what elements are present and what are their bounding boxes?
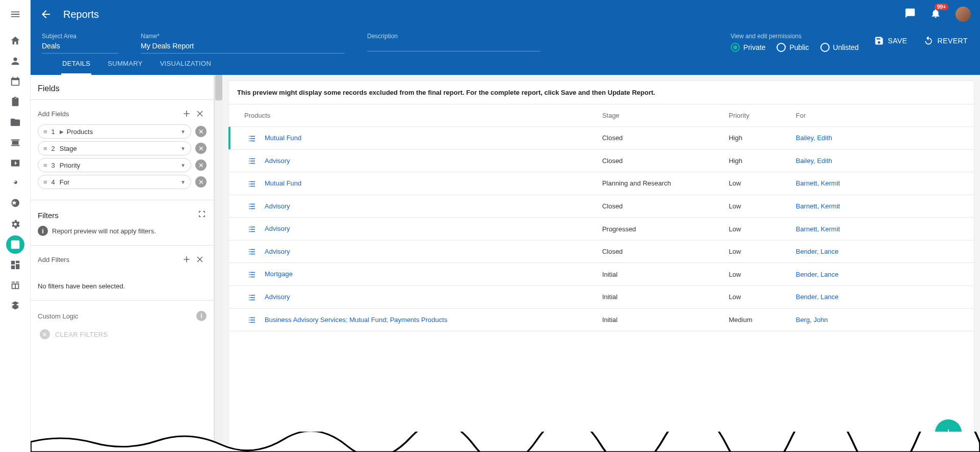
cell-stage: Initial (594, 308, 720, 331)
radio-unlisted[interactable]: Unlisted (820, 43, 859, 52)
messages-icon[interactable] (905, 8, 916, 21)
cell-products[interactable]: Advisory (265, 293, 290, 301)
remove-field-button[interactable]: ✕ (195, 126, 207, 137)
nav-home-icon[interactable] (0, 31, 31, 51)
field-chip-body[interactable]: ≡ 3 Priority ▼ (38, 158, 191, 172)
table-row[interactable]: Advisory Progressed Low Barnett, Kermit (229, 218, 974, 241)
nav-calendar-icon[interactable] (0, 71, 31, 92)
cell-for[interactable]: Berg, John (796, 316, 828, 324)
table-row[interactable]: Advisory Closed Low Bender, Lance (229, 240, 974, 263)
remove-field-button[interactable]: ✕ (195, 143, 207, 154)
notifications-badge: 99+ (935, 4, 948, 10)
side-nav (0, 0, 31, 452)
nav-library-icon[interactable] (0, 275, 31, 296)
hamburger-menu[interactable] (0, 0, 30, 29)
back-button[interactable] (40, 8, 52, 20)
remove-field-button[interactable]: ✕ (195, 176, 207, 188)
row-highlight (228, 127, 230, 149)
field-index: 4 (51, 178, 55, 186)
close-fields-button[interactable] (193, 107, 207, 120)
table-row[interactable]: Advisory Closed High Bailey, Edith (229, 149, 974, 172)
table-row[interactable]: Mortgage Initial Low Bender, Lance (229, 263, 974, 286)
tab-details[interactable]: DETAILS (61, 54, 91, 75)
cell-products[interactable]: Mutual Fund (265, 179, 301, 187)
filters-info-text: Report preview will not apply filters. (52, 227, 156, 235)
cell-products[interactable]: Advisory (265, 157, 290, 165)
subject-area-field[interactable]: Subject Area Deals (42, 33, 118, 54)
cell-products[interactable]: Advisory (265, 202, 290, 210)
field-chip: ≡ 2 Stage ▼ ✕ (38, 141, 207, 155)
add-filter-button[interactable] (180, 253, 193, 266)
left-scrollbar[interactable] (214, 75, 223, 452)
nav-reports-icon[interactable] (0, 234, 31, 255)
chevron-down-icon[interactable]: ▼ (180, 179, 186, 185)
nav-favorites-icon[interactable] (0, 194, 31, 214)
list-icon (247, 271, 256, 278)
nav-contacts-icon[interactable] (0, 132, 31, 153)
save-button[interactable]: SAVE (873, 33, 908, 49)
drag-handle-icon[interactable]: ≡ (43, 162, 47, 169)
drag-handle-icon[interactable]: ≡ (43, 145, 47, 152)
description-field[interactable]: Description (367, 33, 540, 54)
user-avatar[interactable] (956, 7, 971, 22)
nav-money-icon[interactable] (0, 153, 31, 173)
table-row[interactable]: Advisory Initial Low Bender, Lance (229, 285, 974, 308)
cell-stage: Initial (594, 263, 720, 286)
notifications-icon[interactable]: 99+ (930, 8, 941, 21)
custom-logic-info-icon[interactable]: i (196, 311, 207, 321)
chevron-down-icon[interactable]: ▼ (180, 163, 186, 168)
revert-button[interactable]: REVERT (922, 33, 969, 49)
cell-for[interactable]: Barnett, Kermit (796, 179, 840, 187)
fab-add-button[interactable]: ＋ (935, 419, 962, 446)
expand-filters-icon[interactable] (197, 209, 207, 221)
radio-private[interactable]: Private (731, 43, 766, 52)
nav-tools-icon[interactable] (0, 173, 31, 194)
nav-folder-icon[interactable] (0, 112, 31, 132)
table-row[interactable]: Advisory Closed Low Barnett, Kermit (229, 195, 974, 218)
tab-visualization[interactable]: VISUALIZATION (159, 54, 212, 75)
cell-for[interactable]: Barnett, Kermit (796, 225, 840, 233)
drag-handle-icon[interactable]: ≡ (43, 178, 47, 186)
remove-field-button[interactable]: ✕ (195, 159, 207, 171)
cell-for[interactable]: Barnett, Kermit (796, 202, 840, 210)
report-name-field[interactable]: Name* My Deals Report (141, 33, 345, 54)
field-chip-body[interactable]: ≡ 2 Stage ▼ (38, 141, 191, 155)
table-row[interactable]: Mutual Fund Planning and Research Low Ba… (229, 172, 974, 195)
add-field-button[interactable] (180, 107, 193, 120)
cell-for[interactable]: Bender, Lance (796, 271, 839, 278)
cell-products[interactable]: Advisory (265, 248, 290, 255)
col-header-stage[interactable]: Stage (594, 104, 720, 127)
cell-products[interactable]: Mortgage (265, 270, 293, 278)
cell-priority: High (720, 127, 787, 150)
cell-for[interactable]: Bender, Lance (796, 248, 839, 255)
field-chip-body[interactable]: ≡ 1 ▶ Products ▼ (38, 124, 191, 139)
cell-products[interactable]: Mutual Fund (265, 134, 301, 142)
radio-public[interactable]: Public (777, 43, 809, 52)
cell-priority: Medium (720, 308, 787, 331)
cell-products[interactable]: Business Advisory Services; Mutual Fund;… (265, 316, 447, 324)
nav-profile-icon[interactable] (0, 51, 31, 71)
cell-products[interactable]: Advisory (265, 225, 290, 232)
col-header-products[interactable]: Products (229, 104, 594, 127)
clear-filters-button[interactable]: ✕ CLEAR FILTERS (31, 324, 214, 344)
list-icon (247, 248, 256, 255)
chevron-down-icon[interactable]: ▼ (180, 129, 186, 135)
close-filters-button[interactable] (193, 253, 207, 266)
tab-summary[interactable]: SUMMARY (107, 54, 143, 75)
table-row[interactable]: Mutual Fund Closed High Bailey, Edith (229, 127, 974, 150)
col-header-for[interactable]: For (788, 104, 974, 127)
col-header-priority[interactable]: Priority (720, 104, 787, 127)
nav-layers-icon[interactable] (0, 296, 31, 316)
nav-settings-icon[interactable] (0, 214, 31, 234)
add-filters-label: Add Filters (38, 256, 69, 263)
table-row[interactable]: Business Advisory Services; Mutual Fund;… (229, 308, 974, 331)
field-chip-body[interactable]: ≡ 4 For ▼ (38, 175, 191, 189)
nav-dashboard-icon[interactable] (0, 255, 31, 275)
cell-for[interactable]: Bailey, Edith (796, 157, 832, 165)
chevron-down-icon[interactable]: ▼ (180, 146, 186, 151)
cell-for[interactable]: Bailey, Edith (796, 134, 832, 142)
drag-handle-icon[interactable]: ≡ (43, 128, 47, 136)
cell-stage: Planning and Research (594, 172, 720, 195)
nav-clipboard-icon[interactable] (0, 92, 31, 112)
cell-for[interactable]: Bender, Lance (796, 293, 839, 301)
